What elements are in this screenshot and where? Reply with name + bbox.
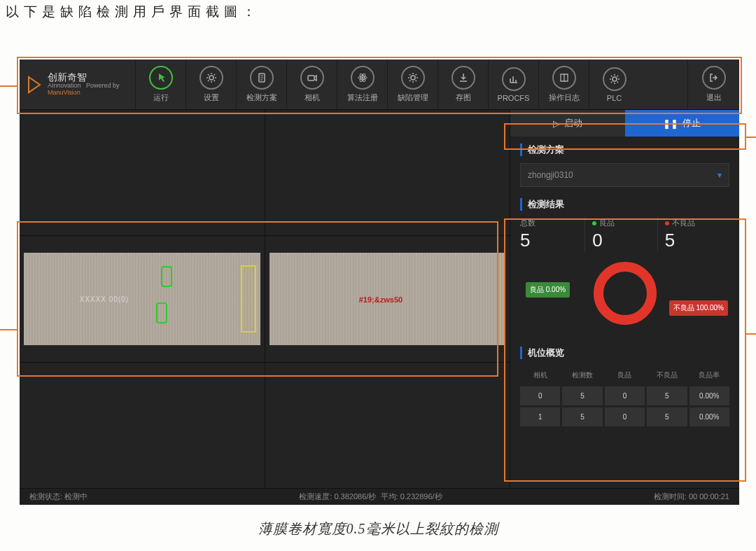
donut-icon (594, 262, 657, 325)
toolbar-defect-mgmt[interactable]: 缺陷管理 (387, 60, 438, 109)
brand-block: 创新奇智 AInnovation Powered by ManuVision (20, 60, 135, 109)
annotation-leader (746, 137, 756, 138)
chevron-down-icon: ▾ (718, 170, 722, 180)
chip-ng: 不良品 100.00% (669, 300, 728, 316)
toolbar-settings[interactable]: 设置 (186, 60, 236, 109)
exit-icon (702, 66, 726, 90)
toolbar-plan[interactable]: 检测方案 (236, 60, 286, 109)
detection-mark-ok (156, 302, 167, 323)
start-label: 启动 (564, 117, 582, 130)
toolbar-plc[interactable]: PLC (589, 60, 639, 109)
status-bar: 检测状态: 检测中 检测速度: 0.382086/秒 平均: 0.232896/… (20, 488, 739, 505)
toolbar-label: 存图 (456, 92, 471, 103)
atom-icon (351, 66, 374, 90)
annotation-leader (0, 85, 17, 87)
toolbar-algorithm[interactable]: 算法注册 (337, 60, 387, 109)
run-bar: ▷ 启动 ❚❚ 停止 (510, 110, 739, 137)
toolbar-procfs[interactable]: PROCFS (488, 60, 538, 109)
toolbar-label: 相机 (304, 92, 320, 103)
stop-button[interactable]: ❚❚ 停止 (625, 110, 740, 137)
doc-heading: 以下是缺陷檢測用戶界面截圖： (6, 3, 260, 21)
speed-label: 检测速度: 0.382086/秒 平均: 0.232896/秒 (299, 491, 442, 502)
pointer-icon (149, 66, 173, 90)
svg-point-8 (612, 77, 617, 81)
table-cell: 0 (520, 386, 560, 405)
dot-ok-icon (592, 221, 596, 225)
overview-section: 机位概览 相机 检测数 良品 不良品 良品率 0 5 0 5 0.00% 1 5… (510, 340, 739, 431)
camera-feed-left: XXXXX 00(0) (24, 253, 260, 344)
right-panel: ▷ 启动 ❚❚ 停止 检测方案 zhongji0310 ▾ 检测结果 (510, 110, 739, 488)
gear-icon (200, 66, 223, 90)
camera-cell[interactable] (265, 110, 510, 235)
stat-total: 总数 5 (520, 218, 584, 251)
table-cell: 5 (562, 386, 602, 405)
camera-icon (300, 66, 324, 90)
doc-caption: 薄膜卷材寬度0.5毫米以上裂紋的檢測 (258, 519, 498, 538)
col-header: 不良品 (647, 366, 687, 384)
camera-grid: XXXXX 00(0) #19;&zws50 (20, 110, 510, 488)
plan-select[interactable]: zhongji0310 ▾ (520, 163, 729, 187)
table-cell: 0 (605, 386, 645, 405)
result-section: 检测结果 总数 5 良品 0 不良品 5 良品 0 (510, 191, 739, 340)
svg-point-0 (209, 76, 214, 80)
toolbar-exit[interactable]: 退出 (687, 60, 739, 109)
plan-header: 检测方案 (520, 144, 729, 156)
download-icon (451, 66, 475, 90)
col-header: 良品率 (690, 366, 729, 384)
top-toolbar: 创新奇智 AInnovation Powered by ManuVision 运… (20, 60, 739, 110)
annotation-leader (0, 329, 17, 330)
toolbar-log[interactable]: 操作日志 (538, 60, 589, 109)
stat-ok: 良品 0 (584, 218, 657, 251)
document-icon (250, 66, 274, 90)
book-icon (552, 66, 576, 90)
stop-label: 停止 (682, 117, 701, 130)
col-header: 检测数 (562, 366, 602, 384)
table-cell: 1 (520, 407, 560, 426)
svg-rect-2 (308, 76, 314, 81)
time-label: 检测时间: 00 00:00:21 (654, 491, 729, 502)
brand-title: 创新奇智 (48, 72, 135, 83)
camera-cell[interactable] (20, 363, 265, 488)
detection-mark-ng: #19;&zws50 (359, 295, 402, 304)
col-header: 良品 (605, 366, 645, 384)
toolbar-label: 缺陷管理 (398, 92, 428, 103)
pause-icon: ❚❚ (663, 118, 678, 129)
toolbar-save-image[interactable]: 存图 (438, 60, 488, 109)
toolbar-label: 算法注册 (347, 92, 378, 103)
table-cell: 0.00% (690, 407, 729, 426)
brand-logo-icon (27, 76, 42, 94)
toolbar-camera[interactable]: 相机 (286, 60, 337, 109)
gear-icon (401, 66, 425, 90)
brand-subtitle: AInnovation Powered by ManuVision (48, 83, 135, 97)
feed-overlay-label: XXXXX 00(0) (80, 295, 129, 302)
plan-selected-value: zhongji0310 (528, 170, 573, 180)
overview-header: 机位概览 (520, 347, 729, 359)
detection-mark-ok (161, 266, 172, 287)
annotation-leader (746, 333, 756, 335)
table-cell: 0 (605, 407, 645, 426)
toolbar-buttons: 运行 设置 检测方案 相机 算法注册 缺陷管理 (135, 60, 739, 109)
toolbar-label: PLC (607, 94, 622, 102)
camera-cell[interactable]: XXXXX 00(0) (20, 236, 265, 361)
camera-cell[interactable]: #19;&zws50 (265, 236, 510, 361)
stat-ng: 不良品 5 (657, 218, 729, 251)
start-button[interactable]: ▷ 启动 (510, 110, 625, 137)
toolbar-label: 操作日志 (549, 92, 580, 103)
toolbar-label: PROCFS (498, 94, 530, 102)
chip-ok: 良品 0.00% (526, 282, 570, 298)
result-donut: 良品 0.00% 不良品 100.00% (520, 251, 729, 335)
play-icon: ▷ (553, 118, 560, 129)
table-cell: 5 (647, 386, 687, 405)
status-label: 检测状态: 检测中 (29, 491, 88, 502)
table-cell: 0.00% (690, 386, 729, 405)
toolbar-label: 设置 (204, 92, 219, 103)
gear-icon (603, 67, 626, 91)
toolbar-label: 检测方案 (246, 92, 277, 103)
camera-cell[interactable] (20, 110, 265, 235)
camera-cell[interactable] (265, 363, 510, 488)
toolbar-label: 退出 (706, 92, 722, 103)
toolbar-run[interactable]: 运行 (135, 60, 186, 109)
toolbar-label: 运行 (153, 92, 169, 103)
dot-ng-icon (665, 221, 669, 225)
table-cell: 5 (647, 407, 687, 426)
